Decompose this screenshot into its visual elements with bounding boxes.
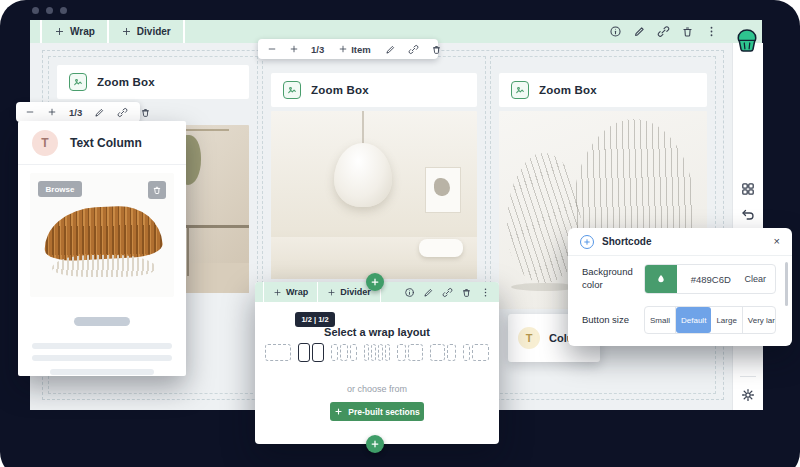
layout-option-pane [463, 344, 470, 361]
text-column-header[interactable]: T Text Column [18, 121, 186, 165]
layout-option-66-33[interactable] [430, 344, 456, 361]
plus-icon [121, 26, 132, 37]
info-icon[interactable] [609, 25, 622, 38]
layout-option-pane [364, 344, 369, 361]
background-color-control: #489C6D Clear [644, 264, 776, 294]
wrap-popup-toolbar-icons [404, 282, 491, 302]
trash-icon[interactable] [461, 287, 472, 298]
layout-option-pane [371, 344, 376, 361]
zoom-box-header[interactable]: Zoom Box [57, 65, 249, 99]
placeholder-line [32, 355, 172, 361]
more-vertical-icon[interactable] [705, 25, 718, 38]
trash-icon [152, 185, 162, 195]
size-option-very-large[interactable]: Very large [743, 307, 776, 333]
layout-option-25-25-25-25[interactable] [364, 344, 390, 361]
text-element-icon: T [32, 130, 58, 156]
zoom-box-header[interactable]: Zoom Box [499, 73, 707, 107]
zoom-box-header[interactable]: Zoom Box [271, 73, 477, 107]
add-item-label: Item [351, 44, 371, 55]
shrink-column-button[interactable] [262, 39, 282, 59]
pencil-icon [94, 107, 105, 118]
grow-column-button[interactable] [42, 102, 62, 122]
undo-icon[interactable] [740, 206, 756, 222]
trash-icon [140, 107, 151, 118]
layout-option-100[interactable] [265, 344, 291, 361]
plus-icon [370, 277, 380, 287]
shortcode-title: Shortcode [602, 236, 766, 247]
zoom-box-label: Zoom Box [97, 76, 155, 88]
layout-option-pane [340, 344, 347, 361]
right-rail [732, 43, 763, 410]
popup-scrollbar[interactable] [785, 262, 788, 306]
panel-image[interactable]: Browse [30, 173, 174, 297]
layout-option-33-33-33[interactable] [331, 344, 357, 361]
shortcode-popup: Shortcode × Background color #489C6D Cle… [568, 228, 792, 346]
link-icon[interactable] [657, 25, 670, 38]
pencil-icon[interactable] [423, 287, 434, 298]
add-element-above-button[interactable] [366, 273, 384, 291]
section-toolbar-icons [609, 20, 718, 43]
layout-tooltip: 1/2 | 1/2 [295, 312, 335, 327]
placeholder-button [74, 317, 130, 326]
text-column-panel: T Text Column Browse [18, 121, 186, 376]
add-item-button[interactable]: Item [333, 39, 376, 59]
shrink-column-button[interactable] [20, 102, 40, 122]
layout-option-pane [298, 343, 310, 362]
text-element-icon: T [518, 327, 540, 349]
browse-button[interactable]: Browse [38, 181, 82, 197]
color-swatch[interactable] [645, 265, 677, 293]
link-button[interactable] [112, 102, 133, 122]
size-option-large[interactable]: Large [711, 307, 742, 333]
clear-color-button[interactable]: Clear [744, 274, 775, 284]
layout-option-33-66[interactable] [397, 344, 423, 361]
add-wrap-button[interactable]: Wrap [263, 282, 318, 302]
add-element-below-button[interactable] [366, 435, 384, 453]
layout-option-50-50[interactable] [298, 343, 324, 362]
remove-image-button[interactable] [148, 181, 166, 199]
link-button[interactable] [403, 39, 424, 59]
more-vertical-icon[interactable] [480, 287, 491, 298]
plus-icon [47, 107, 57, 117]
add-divider-button[interactable]: Divider [109, 20, 185, 43]
size-option-default[interactable]: Default [676, 307, 711, 333]
image-element-icon [69, 73, 87, 91]
rail-divider [740, 376, 756, 377]
link-icon[interactable] [442, 287, 453, 298]
info-icon[interactable] [404, 287, 415, 298]
text-column-toolbar: 1/3 [16, 102, 140, 122]
settings-gear-icon[interactable] [740, 387, 756, 403]
size-option-small[interactable]: Small [645, 307, 676, 333]
layout-option-pane [408, 344, 423, 361]
color-hex-value[interactable]: #489C6D [677, 274, 744, 285]
wrap-layout-options [255, 344, 499, 362]
add-divider-label: Divider [340, 287, 371, 297]
blocks-icon[interactable] [740, 181, 756, 197]
brizy-logo-icon[interactable] [732, 26, 762, 56]
image-decoration [434, 178, 450, 196]
plus-icon [583, 238, 591, 246]
delete-button[interactable] [426, 39, 447, 59]
image-decoration [334, 143, 392, 207]
plus-icon [289, 44, 299, 54]
column2-image[interactable] [271, 111, 477, 279]
layout-option-pane [350, 344, 357, 361]
background-color-label: Background color [582, 266, 640, 292]
trash-icon[interactable] [681, 25, 694, 38]
button-size-label: Button size [582, 314, 629, 327]
layout-option-pane [265, 344, 291, 361]
layout-option-25-75[interactable] [463, 344, 489, 361]
pencil-icon[interactable] [633, 25, 646, 38]
plus-icon [54, 26, 65, 37]
layout-option-pane [397, 344, 406, 361]
close-icon[interactable]: × [774, 236, 780, 247]
delete-button[interactable] [135, 102, 156, 122]
column-fraction: 1/3 [64, 102, 87, 122]
image-decoration [183, 225, 249, 228]
grow-column-button[interactable] [284, 39, 304, 59]
edit-button[interactable] [380, 39, 401, 59]
add-wrap-button[interactable]: Wrap [40, 20, 109, 43]
edit-button[interactable] [89, 102, 110, 122]
prebuilt-sections-button[interactable]: Pre-built sections [330, 402, 424, 421]
layout-option-pane [430, 344, 445, 361]
add-wrap-label: Wrap [286, 287, 308, 297]
